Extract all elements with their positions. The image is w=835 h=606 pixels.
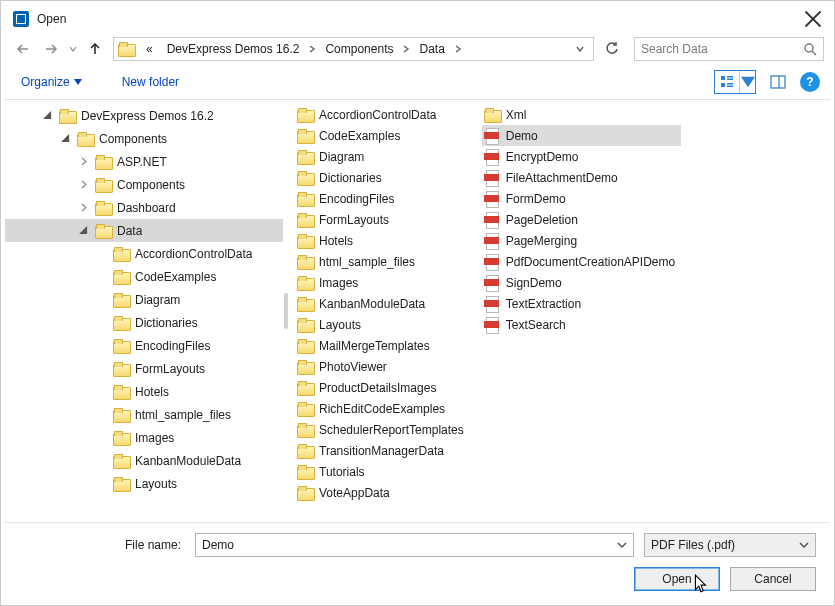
list-item[interactable]: Images xyxy=(295,272,470,293)
organize-menu[interactable]: Organize xyxy=(15,71,88,93)
tree-item-label: Dictionaries xyxy=(135,316,198,330)
open-button[interactable]: Open xyxy=(634,567,720,591)
preview-pane-toggle[interactable] xyxy=(766,70,790,94)
file-name: Demo xyxy=(506,129,538,143)
view-mode-selector[interactable] xyxy=(714,70,756,94)
forward-button[interactable] xyxy=(39,37,63,61)
tree-item[interactable]: ASP.NET xyxy=(5,150,283,173)
tree-item[interactable]: Layouts xyxy=(5,472,283,495)
tree-item[interactable]: Components xyxy=(5,173,283,196)
folder-tree[interactable]: DevExpress Demos 16.2ComponentsASP.NETCo… xyxy=(5,100,283,522)
list-item[interactable]: PageDeletion xyxy=(482,209,681,230)
filename-input[interactable]: Demo xyxy=(195,533,634,557)
app-icon xyxy=(13,11,29,27)
cancel-button[interactable]: Cancel xyxy=(730,567,816,591)
tree-item[interactable]: Hotels xyxy=(5,380,283,403)
back-button[interactable] xyxy=(11,37,35,61)
search-icon xyxy=(803,42,817,56)
list-item[interactable]: Diagram xyxy=(295,146,470,167)
list-item[interactable]: Tutorials xyxy=(295,461,470,482)
list-item[interactable]: PhotoViewer xyxy=(295,356,470,377)
list-item[interactable]: html_sample_files xyxy=(295,251,470,272)
tree-item[interactable]: AccordionControlData xyxy=(5,242,283,265)
list-item[interactable]: AccordionControlData xyxy=(295,104,470,125)
tree-item[interactable]: KanbanModuleData xyxy=(5,449,283,472)
svg-marker-18 xyxy=(62,136,68,142)
list-item[interactable]: FormDemo xyxy=(482,188,681,209)
footer: File name: Demo PDF Files (.pdf) Open Ca… xyxy=(5,522,830,601)
list-item[interactable]: TransitionManagerData xyxy=(295,440,470,461)
expand-icon[interactable] xyxy=(77,157,89,166)
list-item[interactable]: PdfDocumentCreationAPIDemo xyxy=(482,251,681,272)
list-item[interactable]: MailMergeTemplates xyxy=(295,335,470,356)
chevron-down-icon[interactable] xyxy=(799,540,809,550)
tree-item[interactable]: Diagram xyxy=(5,288,283,311)
search-input[interactable]: Search Data xyxy=(634,37,824,61)
file-name: SchedulerReportTemplates xyxy=(319,423,464,437)
breadcrumb-item[interactable]: Components xyxy=(319,40,399,58)
list-item[interactable]: FileAttachmentDemo xyxy=(482,167,681,188)
breadcrumb-item[interactable]: Data xyxy=(413,40,450,58)
tree-item[interactable]: FormLayouts xyxy=(5,357,283,380)
tree-item[interactable]: Data xyxy=(5,219,283,242)
tree-item[interactable]: Dashboard xyxy=(5,196,283,219)
expand-icon[interactable] xyxy=(77,203,89,212)
folder-icon xyxy=(297,234,313,248)
file-name: TransitionManagerData xyxy=(319,444,444,458)
file-name: MailMergeTemplates xyxy=(319,339,430,353)
file-name: Layouts xyxy=(319,318,361,332)
pdf-icon xyxy=(484,128,500,144)
list-item[interactable]: FormLayouts xyxy=(295,209,470,230)
list-item[interactable]: CodeExamples xyxy=(295,125,470,146)
list-item[interactable]: Xml xyxy=(482,104,681,125)
chevron-right-icon[interactable] xyxy=(401,45,411,53)
list-item[interactable]: Demo xyxy=(482,125,681,146)
list-item[interactable]: RichEditCodeExamples xyxy=(295,398,470,419)
tree-item[interactable]: Dictionaries xyxy=(5,311,283,334)
list-item[interactable]: EncryptDemo xyxy=(482,146,681,167)
tree-item[interactable]: Images xyxy=(5,426,283,449)
list-item[interactable]: SignDemo xyxy=(482,272,681,293)
list-item[interactable]: EncodingFiles xyxy=(295,188,470,209)
list-item[interactable]: ProductDetailsImages xyxy=(295,377,470,398)
filetype-filter[interactable]: PDF Files (.pdf) xyxy=(644,533,816,557)
collapse-icon[interactable] xyxy=(77,226,89,235)
refresh-button[interactable] xyxy=(600,37,624,61)
tree-item[interactable]: DevExpress Demos 16.2 xyxy=(5,104,283,127)
file-listing[interactable]: AccordionControlDataCodeExamplesDiagramD… xyxy=(289,100,830,522)
tree-item[interactable]: html_sample_files xyxy=(5,403,283,426)
folder-icon xyxy=(297,297,313,311)
chevron-down-icon[interactable] xyxy=(617,540,627,550)
tree-item[interactable]: EncodingFiles xyxy=(5,334,283,357)
chevron-right-icon[interactable] xyxy=(307,45,317,53)
collapse-icon[interactable] xyxy=(41,111,53,120)
list-item[interactable]: Hotels xyxy=(295,230,470,251)
list-item[interactable]: SchedulerReportTemplates xyxy=(295,419,470,440)
close-button[interactable] xyxy=(804,10,822,28)
filename-label: File name: xyxy=(19,538,185,552)
new-folder-button[interactable]: New folder xyxy=(116,71,185,93)
list-item[interactable]: Layouts xyxy=(295,314,470,335)
up-button[interactable] xyxy=(83,37,107,61)
list-item[interactable]: TextSearch xyxy=(482,314,681,335)
list-item[interactable]: VoteAppData xyxy=(295,482,470,503)
address-bar[interactable]: « DevExpress Demos 16.2 Components Data xyxy=(113,37,594,61)
expand-icon[interactable] xyxy=(77,180,89,189)
history-dropdown[interactable] xyxy=(67,45,79,53)
list-item[interactable]: Dictionaries xyxy=(295,167,470,188)
svg-rect-9 xyxy=(727,76,733,78)
list-item[interactable]: TextExtraction xyxy=(482,293,681,314)
list-item[interactable]: PageMerging xyxy=(482,230,681,251)
cursor-icon xyxy=(693,574,709,597)
chevron-right-icon[interactable] xyxy=(453,45,463,53)
folder-icon xyxy=(113,270,129,284)
chevron-down-icon[interactable] xyxy=(575,45,585,53)
list-item[interactable]: KanbanModuleData xyxy=(295,293,470,314)
tree-item[interactable]: CodeExamples xyxy=(5,265,283,288)
breadcrumb-root[interactable]: « xyxy=(140,40,159,58)
help-button[interactable]: ? xyxy=(800,72,820,92)
toolbar: Organize New folder ? xyxy=(5,65,830,99)
collapse-icon[interactable] xyxy=(59,134,71,143)
tree-item[interactable]: Components xyxy=(5,127,283,150)
breadcrumb-item[interactable]: DevExpress Demos 16.2 xyxy=(161,40,306,58)
